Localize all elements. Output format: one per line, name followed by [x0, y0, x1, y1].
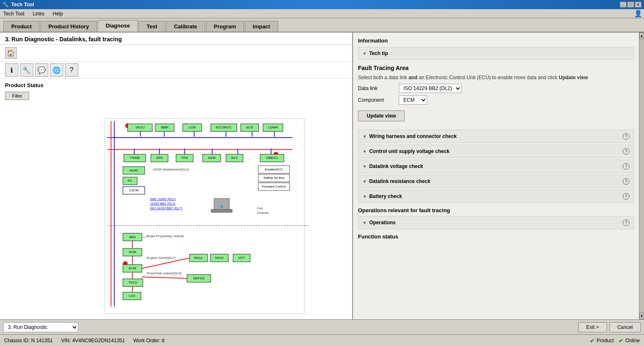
tech-tip-header[interactable]: ▼ Tech tip: [358, 48, 634, 59]
toolbar: ℹ 🔧 💬 🌐 ?: [0, 62, 352, 79]
svg-text:LCM: LCM: [189, 125, 196, 129]
svg-text:OBECU: OBECU: [266, 156, 278, 160]
control-unit-help-icon[interactable]: ?: [623, 148, 629, 155]
svg-text:SAE J1902 (DL1): SAE J1902 (DL1): [150, 197, 176, 201]
tab-program[interactable]: Program: [206, 21, 244, 32]
globe-button[interactable]: 🌐: [50, 63, 63, 77]
tab-product-history[interactable]: Product History: [40, 21, 97, 32]
svg-text:TECU: TECU: [128, 281, 137, 284]
tech-tip-label: Tech tip: [369, 50, 388, 56]
product-status-label: Product Status: [5, 82, 43, 88]
app-icon: 🔧: [2, 2, 9, 8]
svg-text:FC: FC: [128, 179, 132, 183]
scroll-up-btn[interactable]: ▲: [639, 33, 644, 39]
right-scroll[interactable]: Information ▼ Tech tip Fault Tracing Are…: [353, 33, 639, 319]
svg-text:ACM: ACM: [129, 250, 136, 254]
product-label: Product: [597, 338, 614, 343]
svg-text:ISO 14229 BB7 (DL7): ISO 14229 BB7 (DL7): [150, 206, 182, 210]
svg-text:NOx1: NOx1: [194, 256, 203, 260]
menu-techtool[interactable]: Tech Tool: [2, 10, 26, 18]
product-status-bar: Product Status: [0, 79, 352, 90]
operations-label: Operations relevant for fault tracing: [358, 207, 634, 213]
wiring-title: ▼ Wiring harness and connector check: [363, 133, 457, 139]
filter-button[interactable]: Filter: [5, 92, 29, 100]
chassis-id: Chassis ID: N 141351: [4, 338, 53, 343]
title-bar-controls[interactable]: _ □ ×: [620, 2, 642, 8]
data-link-row: Data link ISO 14229 BB2 (DL2) SAE J1902 …: [358, 84, 634, 93]
user-icon: 👤: [634, 10, 642, 18]
tab-test[interactable]: Test: [139, 21, 165, 32]
datalink-voltage-help-icon[interactable]: ?: [623, 163, 629, 170]
operations-title: ▼ Operations: [363, 220, 395, 226]
wiring-header[interactable]: ▼ Wiring harness and connector check ?: [358, 130, 634, 143]
comment-button[interactable]: 💬: [35, 63, 48, 77]
svg-text:Audio: Audio: [129, 168, 138, 172]
svg-text:NOx2: NOx2: [215, 256, 224, 260]
wiring-help-icon[interactable]: ?: [623, 133, 629, 140]
exit-button[interactable]: Exit >: [578, 322, 607, 332]
operations-help-icon[interactable]: ?: [623, 219, 629, 226]
menu-help[interactable]: Help: [51, 10, 65, 18]
filter-bar: Filter: [0, 90, 352, 103]
svg-text:Can: Can: [257, 206, 263, 210]
online-indicator: ✔ Online: [619, 337, 640, 344]
step-select[interactable]: 3. Run Diagnostic: [3, 322, 78, 332]
wrench-button[interactable]: 🔧: [20, 63, 33, 77]
svg-text:ACC: ACC: [231, 156, 238, 160]
svg-text:Engine subnet(DLT): Engine subnet(DLT): [147, 256, 176, 260]
svg-point-55: [220, 205, 223, 208]
right-scrollbar[interactable]: ▲ ▼: [639, 33, 644, 319]
svg-text:J1939 BB2 (DL2): J1939 BB2 (DL2): [150, 202, 175, 206]
component-select[interactable]: ECM VECU BBM: [399, 95, 427, 105]
scroll-down-btn[interactable]: ▼: [639, 313, 644, 319]
data-link-select[interactable]: ISO 14229 BB2 (DL2) SAE J1902 (DL1) J193…: [399, 84, 462, 93]
svg-line-88: [142, 277, 187, 278]
svg-text:ECC/MCC: ECC/MCC: [216, 125, 231, 129]
bottom-left: 3. Run Diagnostic: [3, 322, 78, 332]
product-indicator: ✔ Product: [590, 337, 614, 344]
datalink-resistance-title: ▼ Datalink resistance check: [363, 178, 430, 184]
tab-diagnose[interactable]: Diagnose: [98, 20, 138, 32]
svg-text:LC5: LC5: [129, 294, 135, 298]
svg-text:TGWB: TGWB: [130, 156, 140, 160]
tab-calibrate[interactable]: Calibrate: [166, 21, 205, 32]
online-label: Online: [625, 338, 640, 343]
datalink-voltage-title: ▼ Datalink voltage check: [363, 163, 423, 169]
operations-header[interactable]: ▼ Operations ?: [358, 216, 634, 229]
close-button[interactable]: ×: [635, 2, 642, 8]
help-button[interactable]: ?: [65, 63, 78, 77]
nav-tabs: Product Product History Diagnose Test Ca…: [0, 18, 644, 33]
info-button[interactable]: ℹ: [5, 63, 18, 77]
datalink-resistance-header[interactable]: ▼ Datalink resistance check ?: [358, 175, 634, 188]
tab-impact[interactable]: Impact: [245, 21, 278, 32]
datalink-voltage-section: ▼ Datalink voltage check ?: [358, 160, 634, 173]
svg-text:LSCM: LSCM: [129, 188, 138, 192]
battery-check-title: ▼ Battery check: [363, 193, 402, 199]
svg-text:Powertrain subnet(DL9): Powertrain subnet(DL9): [147, 271, 182, 275]
maximize-button[interactable]: □: [627, 2, 634, 8]
home-button[interactable]: 🏠: [5, 47, 17, 59]
control-unit-header[interactable]: ▼ Control unit supply voltage check ?: [358, 145, 634, 158]
datalink-resistance-help-icon[interactable]: ?: [623, 178, 629, 185]
cancel-button[interactable]: Cancel: [609, 322, 641, 332]
battery-check-help-icon[interactable]: ?: [623, 193, 629, 200]
title-bar: 🔧 Tech Tool _ □ ×: [0, 0, 644, 9]
battery-check-header[interactable]: ▼ Battery check ?: [358, 190, 634, 203]
minimize-button[interactable]: _: [620, 2, 627, 8]
svg-rect-54: [211, 209, 232, 212]
page-title: 3. Run Diagnostic - Datalinks, fault tra…: [0, 33, 352, 45]
tech-tip-arrow: ▼: [363, 51, 367, 56]
status-bar: Chassis ID: N 141351 VIN: 4V4NC9EG2DN141…: [0, 334, 644, 346]
menu-links[interactable]: Links: [31, 10, 46, 18]
fault-tracing-label: Fault Tracing Area: [358, 65, 634, 71]
operations-section: ▼ Operations ?: [358, 216, 634, 229]
svg-text:BBM: BBM: [161, 125, 168, 129]
update-view-button[interactable]: Update view: [358, 110, 405, 121]
work-order: Work Order: tt: [133, 338, 164, 343]
title-bar-left: 🔧 Tech Tool: [2, 2, 34, 8]
svg-text:J1939 Infotainment(DL2): J1939 Infotainment(DL2): [152, 168, 189, 171]
bottom-right: Exit > Cancel: [578, 322, 641, 332]
tab-product[interactable]: Product: [3, 21, 40, 32]
diagram-area[interactable]: VECU BBM LCM ECC/MCC ECS LDWR TGWB SRS T…: [0, 103, 352, 319]
datalink-voltage-header[interactable]: ▼ Datalink voltage check ?: [358, 160, 634, 173]
